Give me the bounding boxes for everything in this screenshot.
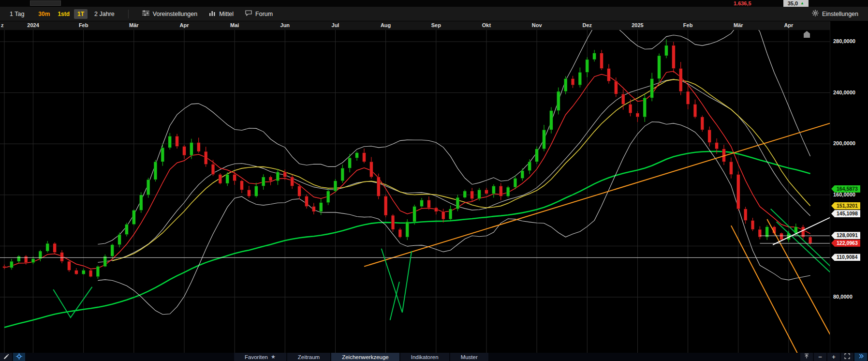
date-axis-label: Dez (582, 22, 592, 28)
bottom-right-tools: − + (800, 353, 868, 361)
bottom-tab-indikatoren[interactable]: Indikatoren (400, 353, 449, 361)
tab-label: Zeichenwerkzeuge (342, 354, 389, 360)
price-axis-label: 80,0000 (833, 294, 853, 300)
date-axis-label: 2025 (632, 22, 643, 28)
period-button[interactable]: 1 Tag (5, 9, 29, 19)
mittel-button-label: Mittel (219, 11, 234, 17)
quote-change-value: 1.636,5 (734, 0, 751, 6)
forum-button-label: Forum (255, 11, 273, 17)
date-axis-label: Jun (280, 22, 290, 28)
price-axis[interactable]: 280,0000240,0000200,0000160,000080,00001… (830, 21, 868, 353)
chart-area: z2024FebMärAprMaiJunJulAugSepOktNovDez20… (0, 21, 868, 353)
panel-toggle-button[interactable] (854, 353, 867, 361)
zoom-in-button[interactable]: + (827, 353, 840, 361)
price-badge: 128,0091 (831, 232, 860, 239)
range-button[interactable]: 2 Jahre (89, 9, 119, 19)
top-strip: 1.636,5 35,0 ▲ (0, 0, 868, 7)
tab-label: Zeitraum (298, 354, 320, 360)
tab-label: Indikatoren (411, 354, 439, 360)
presets-button[interactable]: Voreinstellungen (137, 8, 202, 19)
sliders-icon (142, 10, 149, 17)
bottom-tab-muster[interactable]: Muster (450, 353, 488, 361)
gear-icon (812, 10, 819, 18)
date-axis-label: Okt (482, 22, 491, 28)
date-axis[interactable]: z2024FebMärAprMaiJunJulAugSepOktNovDez20… (0, 21, 830, 30)
trading-chart-app: 1.636,5 35,0 ▲ 1 Tag 30m1std1T 2 Jahre V… (0, 0, 868, 361)
cursor-mode-button[interactable] (13, 353, 25, 361)
star-icon: ★ (271, 354, 276, 360)
histogram-icon (209, 10, 216, 17)
double-chevron-right-icon (858, 353, 864, 361)
trend-line[interactable] (771, 209, 830, 268)
speech-bubble-icon (245, 10, 252, 17)
price-axis-label: 240,0000 (833, 90, 855, 95)
zoom-out-button[interactable]: − (814, 353, 826, 361)
plus-icon: + (832, 353, 836, 361)
pencil-icon (3, 353, 9, 361)
timeframe-chips: 30m1std1T (35, 9, 88, 19)
date-axis-label: Mär (734, 22, 743, 28)
timeframe-chip-1T[interactable]: 1T (74, 9, 88, 19)
trend-line[interactable] (731, 226, 799, 353)
checkmark-drawing[interactable] (390, 282, 399, 320)
mittel-button[interactable]: Mittel (204, 8, 238, 19)
minus-icon: − (818, 353, 822, 361)
date-axis-label: Aug (381, 22, 391, 28)
bottom-tabs: Favoriten★ZeitraumZeichenwerkzeugeIndika… (234, 353, 489, 361)
date-axis-label: z (1, 22, 4, 28)
trend-line[interactable] (767, 219, 830, 351)
chart-toolbar: 1 Tag 30m1std1T 2 Jahre Voreinstellungen… (0, 7, 868, 21)
price-badge: 151,3201 (831, 202, 860, 210)
trend-line[interactable] (364, 118, 830, 266)
window-fragment (30, 0, 61, 6)
bottom-toolbar: Favoriten★ZeitraumZeichenwerkzeugeIndika… (0, 353, 868, 361)
candles-layer (3, 40, 812, 279)
date-axis-label: Apr (784, 22, 793, 28)
candlestick-chart-canvas[interactable] (0, 30, 830, 353)
bottom-tab-zeichenwerkzeuge[interactable]: Zeichenwerkzeuge (331, 353, 399, 361)
date-axis-label: Apr (180, 22, 189, 28)
tab-label: Favoriten (245, 354, 268, 360)
price-badge: 110,9084 (831, 254, 860, 261)
fit-screen-button[interactable] (841, 353, 853, 361)
price-badge: 122,0963 (831, 240, 860, 247)
draw-mode-button[interactable] (0, 353, 12, 361)
quote-value: 35,0 (788, 0, 798, 6)
forum-button[interactable]: Forum (240, 8, 278, 19)
tab-label: Muster (461, 354, 478, 360)
arrow-up-to-line-icon (804, 353, 809, 361)
bollinger-lower-line (98, 122, 810, 315)
toolbar-divider (128, 10, 129, 18)
triangle-up-icon: ▲ (800, 0, 804, 7)
fit-screen-icon (844, 353, 850, 361)
date-axis-label: Jul (332, 22, 339, 28)
settings-button-label: Einstellungen (822, 11, 858, 17)
timeframe-chip-1std[interactable]: 1std (54, 9, 73, 19)
bottom-tab-zeitraum[interactable]: Zeitraum (287, 353, 330, 361)
bollinger-upper-line (98, 30, 810, 244)
date-axis-label: Mai (230, 22, 239, 28)
timeframe-chip-30m[interactable]: 30m (35, 9, 53, 19)
crosshair-icon (16, 353, 22, 361)
quote-box: 35,0 ▲ (783, 0, 809, 7)
price-badge: 164,5873 (831, 185, 860, 193)
date-axis-label: Feb (79, 22, 88, 28)
drawings-layer (0, 118, 830, 353)
price-badge: 145,1098 (831, 210, 860, 217)
price-axis-label: 280,0000 (833, 38, 855, 44)
settings-button[interactable]: Einstellungen (807, 8, 863, 20)
date-axis-label: 2024 (27, 22, 39, 28)
date-axis-label: Nov (532, 22, 542, 28)
price-axis-label: 200,0000 (833, 140, 855, 146)
date-axis-label: Mär (129, 22, 139, 28)
jump-latest-button[interactable] (800, 353, 813, 361)
presets-button-label: Voreinstellungen (153, 11, 197, 17)
date-axis-label: Sep (431, 22, 441, 28)
bottom-tab-favoriten[interactable]: Favoriten★ (234, 353, 286, 361)
chart-grid (0, 30, 830, 353)
mid-ma-line (112, 79, 810, 261)
date-axis-label: Feb (683, 22, 693, 28)
